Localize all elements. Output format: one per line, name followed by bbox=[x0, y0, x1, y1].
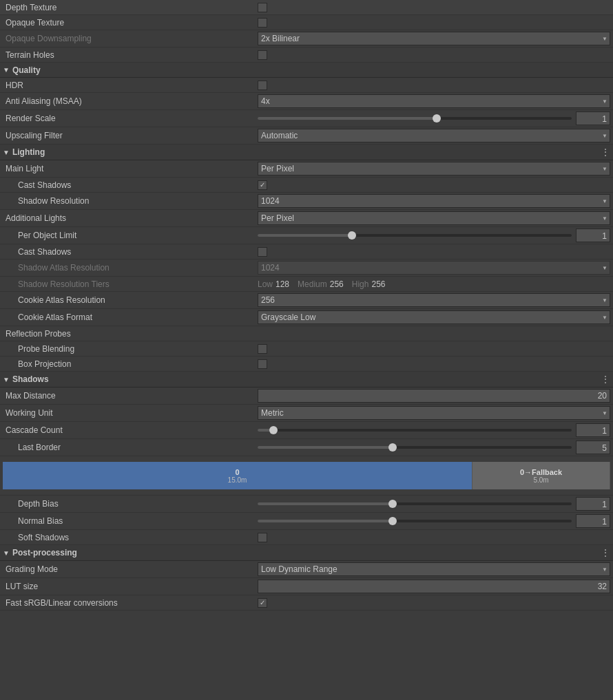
opaque-downsampling-row: Opaque Downsampling 2x Bilinear 2x Neare… bbox=[0, 30, 613, 47]
shadow-res-tiers-value: Low 128 Medium 256 High 256 bbox=[258, 279, 610, 289]
cookie-atlas-fmt-select[interactable]: Grayscale Low Grayscale High Color Low C… bbox=[258, 310, 610, 324]
probe-blending-checkbox[interactable] bbox=[258, 344, 267, 354]
post-processing-menu-icon[interactable]: ⋮ bbox=[601, 547, 610, 558]
grading-mode-row: Grading Mode Low Dynamic Range High Dyna… bbox=[0, 561, 613, 578]
soft-shadows-checkbox[interactable] bbox=[258, 533, 267, 542]
cascade-count-value: 1 bbox=[258, 423, 610, 437]
working-unit-select[interactable]: Metric Imperial bbox=[258, 406, 610, 420]
depth-bias-label: Depth Bias bbox=[3, 499, 258, 509]
lut-size-value bbox=[258, 580, 610, 593]
cookie-atlas-res-row: Cookie Atlas Resolution 128 256 512 1024 bbox=[0, 292, 613, 309]
fast-srgb-row: Fast sRGB/Linear conversions bbox=[0, 595, 613, 611]
main-light-select[interactable]: Disabled Per Vertex Per Pixel bbox=[258, 162, 610, 176]
fast-srgb-checkbox[interactable] bbox=[258, 598, 267, 608]
box-projection-row: Box Projection bbox=[0, 357, 613, 372]
lighting-menu-icon[interactable]: ⋮ bbox=[601, 147, 610, 158]
cast-shadows-value bbox=[258, 180, 610, 190]
per-object-limit-input[interactable]: 1 bbox=[576, 229, 610, 242]
anti-aliasing-value: Disabled 2x 4x 8x bbox=[258, 94, 610, 108]
cookie-atlas-fmt-dropdown-wrap: Grayscale Low Grayscale High Color Low C… bbox=[258, 310, 610, 324]
depth-bias-thumb[interactable] bbox=[388, 500, 397, 508]
shadow-atlas-res-select[interactable]: 1024 bbox=[258, 261, 610, 275]
cascade-count-track[interactable] bbox=[258, 429, 572, 432]
render-scale-fill bbox=[258, 117, 437, 120]
render-scale-thumb[interactable] bbox=[433, 114, 441, 123]
box-projection-value bbox=[258, 359, 610, 369]
last-border-thumb[interactable] bbox=[388, 443, 397, 452]
max-distance-value bbox=[258, 389, 610, 403]
render-scale-track[interactable] bbox=[258, 117, 572, 120]
depth-texture-value bbox=[258, 3, 610, 12]
box-projection-label: Box Projection bbox=[3, 359, 258, 369]
cookie-atlas-fmt-value: Grayscale Low Grayscale High Color Low C… bbox=[258, 310, 610, 324]
per-object-limit-track[interactable] bbox=[258, 234, 572, 237]
depth-bias-fill bbox=[258, 502, 393, 505]
shadow-atlas-res-dropdown-wrap: 1024 bbox=[258, 261, 610, 275]
cascade-count-thumb[interactable] bbox=[269, 426, 278, 434]
normal-bias-thumb[interactable] bbox=[388, 517, 397, 525]
cascade-count-row: Cascade Count 1 bbox=[0, 422, 613, 439]
quality-triangle-icon: ▼ bbox=[3, 66, 10, 74]
opaque-downsampling-select[interactable]: 2x Bilinear 2x Nearest 4x Bilinear bbox=[258, 32, 610, 45]
additional-lights-select[interactable]: Disabled Per Vertex Per Pixel bbox=[258, 211, 610, 225]
working-unit-dropdown-wrap: Metric Imperial bbox=[258, 406, 610, 420]
cookie-atlas-res-select[interactable]: 128 256 512 1024 bbox=[258, 293, 610, 307]
shadows-section-header[interactable]: ▼ Shadows ⋮ bbox=[0, 372, 613, 388]
box-projection-checkbox[interactable] bbox=[258, 359, 267, 369]
last-border-input[interactable]: 5 bbox=[576, 441, 610, 454]
render-scale-input[interactable]: 1 bbox=[576, 112, 610, 125]
opaque-texture-checkbox[interactable] bbox=[258, 18, 267, 28]
grading-mode-select[interactable]: Low Dynamic Range High Dynamic Range Ext… bbox=[258, 562, 610, 576]
last-border-track[interactable] bbox=[258, 446, 572, 449]
main-light-row: Main Light Disabled Per Vertex Per Pixel bbox=[0, 160, 613, 178]
normal-bias-track[interactable] bbox=[258, 520, 572, 522]
working-unit-row: Working Unit Metric Imperial bbox=[0, 405, 613, 422]
shadows-section-title: Shadows bbox=[12, 374, 601, 384]
cascade-count-input[interactable]: 1 bbox=[576, 423, 610, 437]
cast-shadows-checkbox[interactable] bbox=[258, 180, 267, 190]
lighting-section-header[interactable]: ▼ Lighting ⋮ bbox=[0, 145, 613, 160]
terrain-holes-label: Terrain Holes bbox=[3, 50, 258, 60]
tier-medium: Medium 256 bbox=[298, 279, 344, 289]
depth-bias-input[interactable]: 1 bbox=[576, 497, 610, 511]
hdr-checkbox[interactable] bbox=[258, 81, 267, 90]
post-processing-section-header[interactable]: ▼ Post-processing ⋮ bbox=[0, 545, 613, 561]
quality-section-header[interactable]: ▼ Quality bbox=[0, 63, 613, 78]
max-distance-label: Max Distance bbox=[3, 391, 258, 401]
normal-bias-value: 1 bbox=[258, 514, 610, 528]
cascade-bar-row: 0 15.0m 0→Fallback 5.0m bbox=[0, 456, 613, 496]
upscaling-filter-label: Upscaling Filter bbox=[3, 131, 258, 140]
anti-aliasing-row: Anti Aliasing (MSAA) Disabled 2x 4x 8x bbox=[0, 93, 613, 110]
max-distance-input[interactable] bbox=[258, 389, 610, 403]
per-object-limit-row: Per Object Limit 1 bbox=[0, 227, 613, 244]
shadows-menu-icon[interactable]: ⋮ bbox=[601, 374, 610, 385]
tier-high-value: 256 bbox=[371, 279, 385, 289]
opaque-texture-value bbox=[258, 18, 610, 28]
upscaling-filter-select[interactable]: Automatic Bilinear FSR bbox=[258, 129, 610, 142]
normal-bias-label: Normal Bias bbox=[3, 516, 258, 526]
normal-bias-input[interactable]: 1 bbox=[576, 514, 610, 528]
depth-texture-checkbox[interactable] bbox=[258, 3, 267, 12]
shadow-resolution-select[interactable]: 256 512 1024 2048 bbox=[258, 194, 610, 208]
terrain-holes-checkbox[interactable] bbox=[258, 50, 267, 60]
tier-low-label: Low bbox=[258, 279, 273, 289]
per-object-limit-thumb[interactable] bbox=[348, 231, 356, 240]
lut-size-label: LUT size bbox=[3, 582, 258, 591]
cast-shadows2-checkbox[interactable] bbox=[258, 247, 267, 257]
post-processing-triangle-icon: ▼ bbox=[3, 549, 10, 557]
terrain-holes-value bbox=[258, 50, 610, 60]
shadow-atlas-res-label: Shadow Atlas Resolution bbox=[3, 263, 258, 273]
depth-bias-track[interactable] bbox=[258, 502, 572, 505]
tier-medium-label: Medium bbox=[298, 279, 327, 289]
cookie-atlas-res-dropdown-wrap: 128 256 512 1024 bbox=[258, 293, 610, 307]
normal-bias-fill bbox=[258, 520, 393, 522]
lut-size-input[interactable] bbox=[258, 580, 610, 593]
opaque-downsampling-label: Opaque Downsampling bbox=[3, 34, 258, 43]
anti-aliasing-select[interactable]: Disabled 2x 4x 8x bbox=[258, 94, 610, 108]
cast-shadows-row: Cast Shadows bbox=[0, 178, 613, 193]
shadow-atlas-res-row: Shadow Atlas Resolution 1024 bbox=[0, 259, 613, 277]
shadow-atlas-res-value: 1024 bbox=[258, 261, 610, 275]
depth-texture-label: Depth Texture bbox=[3, 3, 258, 12]
render-scale-label: Render Scale bbox=[3, 114, 258, 123]
depth-bias-row: Depth Bias 1 bbox=[0, 496, 613, 513]
